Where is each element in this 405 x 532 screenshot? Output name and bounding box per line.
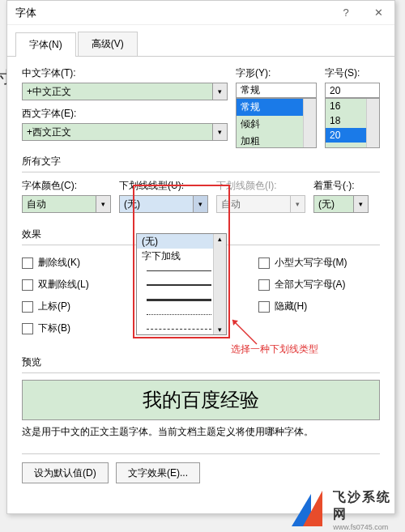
logo-text-cn: 飞沙系统网	[333, 489, 405, 523]
checkbox-icon[interactable]	[22, 257, 33, 269]
emphasis-label: 着重号(·):	[313, 179, 369, 193]
checkbox-label: 下标(B)	[38, 321, 70, 335]
checkbox-icon[interactable]	[258, 279, 270, 291]
size-listbox[interactable]: 16 18 20	[325, 98, 380, 148]
checkbox-label: 全部大写字母(A)	[275, 278, 346, 292]
checkbox-icon[interactable]	[258, 257, 270, 269]
color-dropdown-button[interactable]: ▾	[96, 195, 111, 213]
checkbox-label: 上标(P)	[38, 300, 70, 313]
checkbox-icon[interactable]	[258, 301, 270, 313]
emphasis-value: (无)	[313, 195, 354, 213]
titlebar: 字体 ? ✕	[7, 1, 394, 25]
tab-font[interactable]: 字体(N)	[15, 32, 76, 57]
checkbox-label: 小型大写字母(M)	[275, 256, 347, 270]
checkbox-icon[interactable]	[22, 323, 33, 334]
emphasis-combo[interactable]: (无) ▾	[313, 195, 369, 213]
scrollbar[interactable]	[366, 99, 379, 147]
enfont-combo[interactable]: +西文正文 ▾	[22, 123, 228, 141]
enfont-dropdown-button[interactable]: ▾	[213, 123, 228, 141]
checkbox-dstrike[interactable]: 双删除线(L)	[22, 278, 129, 292]
style-input[interactable]: 常规	[236, 83, 317, 98]
tab-advanced[interactable]: 高级(V)	[78, 32, 138, 56]
dialog-title: 字体	[15, 6, 36, 20]
cnfont-combo[interactable]: +中文正文 ▾	[22, 83, 228, 100]
help-button[interactable]: ?	[330, 1, 362, 25]
style-label: 字形(Y):	[236, 66, 317, 80]
annotation-text: 选择一种下划线类型	[231, 343, 318, 356]
cnfont-dropdown-button[interactable]: ▾	[213, 83, 228, 100]
enfont-label: 西文字体(E):	[22, 107, 228, 121]
color-value: 自动	[22, 195, 96, 213]
checkbox-label: 双删除线(L)	[38, 278, 89, 292]
divider	[22, 453, 380, 454]
logo-icon	[292, 491, 330, 530]
checkbox-hidden[interactable]: 隐藏(H)	[258, 300, 380, 313]
checkbox-strike[interactable]: 删除线(K)	[22, 256, 129, 270]
preview-box: 我的百度经验	[22, 380, 380, 420]
svg-line-0	[232, 320, 257, 344]
text-effects-button[interactable]: 文字效果(E)...	[116, 462, 200, 483]
scrollbar[interactable]	[303, 99, 316, 147]
color-combo[interactable]: 自动 ▾	[22, 195, 111, 213]
logo-text-url: www.fs0745.com	[333, 523, 405, 531]
preview-label: 预览	[22, 355, 380, 369]
checkbox-icon[interactable]	[22, 301, 33, 313]
allfonts-label: 所有文字	[22, 155, 380, 168]
divider	[22, 172, 380, 172]
checkbox-super[interactable]: 上标(P)	[22, 300, 129, 313]
scroll-up-icon[interactable]: ▴	[214, 235, 225, 243]
size-label: 字号(S):	[325, 66, 380, 80]
cnfont-value[interactable]: +中文正文	[22, 83, 213, 100]
checkbox-allcaps[interactable]: 全部大写字母(A)	[258, 278, 380, 292]
preview-note: 这是用于中文的正文主题字体。当前文档主题定义将使用哪种字体。	[22, 425, 380, 439]
scrollbar[interactable]: ▴ ▾	[213, 234, 226, 334]
watermark-logo: 飞沙系统网 www.fs0745.com	[292, 487, 405, 532]
close-button[interactable]: ✕	[362, 1, 394, 25]
set-default-button[interactable]: 设为默认值(D)	[22, 462, 109, 483]
enfont-value[interactable]: +西文正文	[22, 123, 213, 141]
checkbox-label: 删除线(K)	[38, 256, 80, 270]
ulcolor-dropdown-button: ▾	[291, 195, 305, 213]
checkbox-icon[interactable]	[22, 279, 33, 291]
tab-strip: 字体(N) 高级(V)	[7, 25, 394, 57]
underline-dropdown[interactable]: (无) 字下加线 ▴ ▾	[136, 233, 227, 335]
emphasis-dropdown-button[interactable]: ▾	[354, 195, 369, 213]
cnfont-label: 中文字体(T):	[22, 66, 228, 80]
color-label: 字体颜色(C):	[22, 179, 111, 193]
size-input[interactable]: 20	[325, 83, 380, 98]
divider	[22, 372, 380, 373]
scroll-down-icon[interactable]: ▾	[214, 326, 225, 334]
checkbox-label: 隐藏(H)	[275, 300, 308, 313]
checkbox-smallcaps[interactable]: 小型大写字母(M)	[258, 256, 380, 270]
checkbox-sub[interactable]: 下标(B)	[22, 321, 129, 335]
style-listbox[interactable]: 常规 倾斜 加粗	[236, 98, 317, 148]
